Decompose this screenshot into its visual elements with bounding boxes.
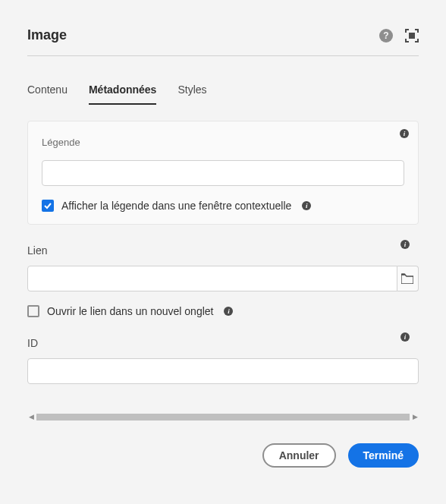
tab-styles[interactable]: Styles (177, 77, 206, 105)
caption-panel: i Légende Afficher la légende dans une f… (27, 121, 419, 225)
scroll-thumb[interactable] (36, 414, 410, 421)
done-button[interactable]: Terminé (348, 443, 419, 468)
link-newtab-row: Ouvrir le lien dans un nouvel onglet i (27, 305, 419, 317)
id-input[interactable] (27, 358, 419, 384)
info-icon[interactable]: i (224, 307, 233, 316)
dialog-title: Image (27, 27, 67, 43)
caption-popup-label: Afficher la légende dans une fenêtre con… (61, 200, 291, 212)
info-icon[interactable]: i (400, 332, 410, 342)
link-section: i Lien Ouvrir le lien dans un nouvel ong… (27, 244, 419, 317)
dialog-header: Image ? (27, 27, 419, 56)
info-icon[interactable]: i (400, 129, 409, 138)
cancel-button[interactable]: Annuler (262, 443, 336, 468)
info-icon[interactable]: i (302, 201, 311, 210)
link-input-row (27, 266, 419, 291)
folder-icon (401, 273, 413, 284)
tab-metadonnees[interactable]: Métadonnées (89, 77, 156, 105)
caption-popup-checkbox[interactable] (42, 200, 54, 212)
horizontal-scrollbar[interactable]: ◀ ▶ (27, 411, 419, 422)
tab-contenu[interactable]: Contenu (27, 77, 68, 105)
header-icons: ? (379, 29, 419, 43)
id-label: ID (27, 337, 419, 349)
help-icon[interactable]: ? (379, 29, 393, 43)
caption-input[interactable] (42, 160, 404, 186)
link-input[interactable] (27, 266, 397, 291)
caption-label: Légende (42, 137, 404, 148)
id-section: i ID (27, 337, 419, 384)
caption-popup-row: Afficher la légende dans une fenêtre con… (42, 200, 404, 212)
dialog-footer: Annuler Terminé (27, 443, 419, 468)
fullscreen-icon[interactable] (405, 29, 419, 43)
scroll-left-icon[interactable]: ◀ (27, 413, 35, 421)
scroll-right-icon[interactable]: ▶ (411, 413, 419, 421)
svg-rect-2 (409, 33, 415, 39)
link-newtab-label: Ouvrir le lien dans un nouvel onglet (47, 305, 213, 317)
browse-button[interactable] (397, 266, 419, 291)
tabs: Contenu Métadonnées Styles (27, 77, 419, 106)
svg-text:?: ? (383, 30, 388, 41)
info-icon[interactable]: i (400, 240, 410, 249)
link-newtab-checkbox[interactable] (27, 305, 39, 317)
image-dialog: Image ? Contenu Métadonnées Styles i Lég… (0, 0, 446, 495)
link-label: Lien (27, 244, 419, 257)
